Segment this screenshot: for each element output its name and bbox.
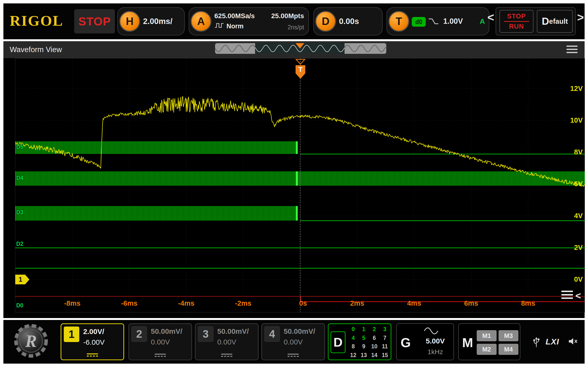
digital-panel-letter: D — [330, 331, 345, 353]
lxi-logo: LXI — [546, 337, 559, 346]
plot-area[interactable]: T 1 12V 10V 8V 6V 4V 2V 0V -8ms -6ms -4m… — [15, 58, 585, 312]
stop-label: STOP — [500, 13, 533, 20]
math-m3-button[interactable]: M3 — [498, 330, 518, 341]
falling-edge-icon — [428, 17, 439, 26]
svg-text:R: R — [25, 331, 37, 351]
channel-4-button[interactable]: 4 50.00mV/ 0.00V — [261, 323, 325, 360]
math-m1-button[interactable]: M1 — [477, 330, 496, 341]
channel-1-offset: -6.00V — [83, 338, 104, 346]
acquisition-panel[interactable]: A 625.00MSa/s 25.00Mpts Norm 2ns/pt — [189, 7, 309, 35]
channel-3-scale: 50.00mV/ — [217, 327, 249, 335]
channel-2-button[interactable]: 2 50.00mV/ 0.00V — [128, 323, 192, 360]
waveform-section: Waveform View T 1 12V 10V 8V 6V 4V 2V 0V… — [3, 41, 585, 318]
trigger-status-indicator: A — [480, 8, 485, 35]
digital-num-12: 12 — [350, 352, 356, 359]
top-toolbar: RIGOL STOP H 2.00ms/ A 625.00MSa/s 25.00… — [3, 3, 585, 39]
voltage-tick-label: 8V — [574, 148, 583, 156]
digital-num-8: 8 — [352, 343, 355, 350]
math-letter: M — [462, 335, 473, 350]
digital-num-11: 11 — [382, 343, 388, 350]
dc-coupling-icon — [288, 354, 299, 357]
trigger-source-badge: d0 — [412, 17, 426, 27]
chevron-right-icon[interactable]: > — [577, 11, 584, 24]
horizontal-scale-value: 2.00ms/ — [143, 8, 172, 35]
trigger-knob-icon[interactable]: T — [388, 11, 409, 32]
digital-channels-button[interactable]: D 0 1 2 3 4 5 6 7 8 9 10 11 12 13 14 15 — [328, 323, 391, 360]
digital-channel-label-d0: D0 — [16, 302, 23, 309]
io-status-icons: LXI — [525, 323, 583, 360]
dc-coupling-icon — [221, 354, 232, 357]
voltage-tick-label: 4V — [574, 212, 583, 220]
voltage-tick-label: 6V — [574, 180, 583, 188]
digital-num-13: 13 — [361, 352, 367, 359]
channel-1-button[interactable]: 1 2.00V/ -6.00V — [61, 323, 124, 360]
default-button[interactable]: Default — [537, 10, 573, 33]
trigger-panel[interactable]: T d0 1.00V A — [386, 7, 489, 35]
time-per-point: 2ns/pt — [288, 24, 304, 31]
channel-4-offset: 0.00V — [284, 338, 302, 346]
usb-icon — [532, 336, 541, 349]
digital-num-5: 5 — [362, 335, 365, 341]
digital-num-0: 0 — [352, 326, 355, 333]
default-rest: efault — [549, 17, 568, 25]
horizontal-scale-panel[interactable]: H 2.00ms/ — [117, 7, 185, 35]
waveform-overview-strip[interactable] — [215, 43, 386, 54]
memory-depth-value: 25.00Mpts — [271, 12, 304, 20]
channel-1-scale: 2.00V/ — [83, 327, 104, 336]
digital-num-15: 15 — [382, 352, 388, 359]
math-button[interactable]: M M1 M3 M2 M4 — [458, 323, 520, 360]
hamburger-menu-icon[interactable] — [566, 46, 578, 55]
dc-coupling-icon — [155, 354, 166, 357]
time-tick-label: -6ms — [121, 299, 137, 307]
math-m2-button[interactable]: M2 — [477, 344, 496, 355]
time-tick-label: -4ms — [178, 299, 194, 307]
delay-panel[interactable]: D 0.00s — [313, 7, 383, 35]
time-tick-label: 8ms — [521, 299, 535, 307]
rigol-gear-logo-button[interactable]: R — [12, 322, 50, 360]
channel-2-scale: 50.00mV/ — [151, 327, 182, 335]
channel-1-number: 1 — [64, 326, 79, 342]
bottom-status-bar: R 1 2.00V/ -6.00V 2 50.00mV/ 0.00V 3 50.… — [3, 320, 585, 364]
digital-num-3: 3 — [383, 326, 386, 333]
digital-num-9: 9 — [362, 343, 365, 350]
channel-4-scale: 50.00mV/ — [284, 327, 315, 335]
channel-3-offset: 0.00V — [217, 338, 236, 346]
channel-2-offset: 0.00V — [151, 338, 170, 346]
channel-3-button[interactable]: 3 50.00mV/ 0.00V — [195, 323, 259, 360]
digital-channel-label-d3: D3 — [16, 209, 23, 216]
voltage-tick-label: 0V — [574, 275, 583, 283]
channel-2-number: 2 — [131, 326, 147, 342]
digital-channel-number-grid: 0 1 2 3 4 5 6 7 8 9 10 11 12 13 14 15 — [348, 325, 390, 359]
waveform-view-header: Waveform View — [3, 41, 585, 58]
generator-frequency: 1kHz — [419, 348, 452, 356]
square-wave-icon — [214, 22, 224, 30]
ch1-analog-trace — [15, 58, 585, 312]
trigger-position-marker-icon[interactable] — [295, 43, 304, 49]
rigol-logo: RIGOL — [10, 12, 64, 29]
collapse-menu-icon[interactable]: < — [561, 291, 581, 301]
math-m4-button[interactable]: M4 — [498, 344, 518, 355]
time-tick-label: -2ms — [235, 299, 252, 307]
horizontal-knob-icon[interactable]: H — [119, 11, 140, 32]
digital-num-4: 4 — [352, 335, 355, 341]
digital-num-1: 1 — [362, 326, 365, 333]
chevron-left-icon[interactable]: < — [487, 11, 494, 24]
stop-run-divider — [504, 21, 529, 22]
delay-knob-icon[interactable]: D — [315, 11, 336, 32]
stop-run-button[interactable]: STOP RUN — [499, 10, 533, 33]
default-initial: D — [542, 16, 549, 27]
digital-num-6: 6 — [373, 335, 376, 341]
trigger-top-marker-icon[interactable] — [295, 59, 305, 66]
digital-channel-label-d4: D4 — [16, 175, 23, 181]
sample-rate-value: 625.00MSa/s — [214, 12, 255, 20]
acquisition-knob-icon[interactable]: A — [191, 11, 211, 32]
time-tick-label: 4ms — [407, 299, 421, 307]
digital-num-10: 10 — [371, 343, 378, 350]
waveform-generator-button[interactable]: G 5.00V 1kHz — [396, 323, 454, 360]
run-label: RUN — [500, 23, 533, 30]
voltage-tick-label: 12V — [570, 85, 583, 92]
digital-num-14: 14 — [371, 352, 378, 359]
channel-3-number: 3 — [198, 326, 213, 342]
delay-value: 0.00s — [339, 8, 359, 35]
dc-coupling-icon — [87, 353, 98, 357]
